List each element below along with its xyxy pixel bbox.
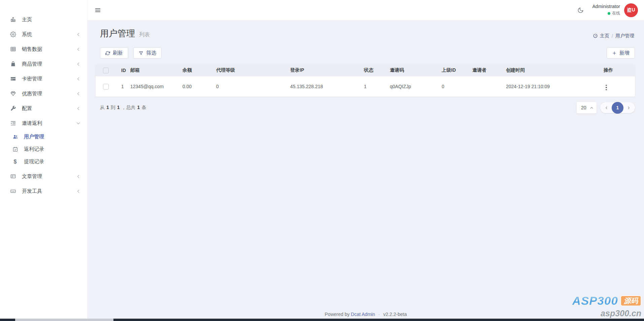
footer-powered-text: Powered by	[325, 312, 350, 317]
summary-from-value: 1	[106, 105, 109, 110]
breadcrumb-home-link[interactable]: 主页	[593, 33, 609, 39]
top-navbar: Administrator 在线 盗U	[88, 0, 644, 20]
chevron-left-icon	[76, 174, 80, 179]
chevron-left-icon	[76, 77, 80, 81]
sidebar-item-coupons[interactable]: 优惠管理	[0, 86, 87, 101]
sidebar-item-label: 商品管理	[22, 61, 42, 67]
cell-inviter	[466, 76, 500, 97]
admin-app: 主页 系统 销售数据 商品管理	[0, 0, 644, 321]
sidebar-item-label: 主页	[22, 16, 32, 23]
users-table: ID 邮箱 余额 代理等级 登录IP 状态 邀请码 上级ID 邀请者 创建时间 …	[96, 64, 635, 97]
row-actions-ellipsis-icon[interactable]	[604, 83, 609, 92]
sidebar-item-home[interactable]: 主页	[0, 12, 87, 27]
plus-icon	[612, 51, 617, 56]
breadcrumb: 主页 / 用户管理	[593, 33, 634, 39]
row-checkbox[interactable]	[103, 84, 109, 90]
filter-button[interactable]: 筛选	[133, 47, 162, 59]
table-row: 1 12345@qq.com 0.00 0 45.135.228.218 1 q…	[96, 76, 635, 97]
refresh-button[interactable]: 刷新	[100, 47, 128, 59]
summary-total-label: ，总共	[122, 105, 136, 110]
breadcrumb-separator: /	[612, 33, 613, 39]
sidebar-item-sales-data[interactable]: 销售数据	[0, 42, 87, 57]
page-title-text: 用户管理	[100, 28, 135, 39]
shopping-bag-icon	[9, 61, 17, 67]
avatar[interactable]: 盗U	[624, 3, 638, 17]
column-header-actions: 操作	[598, 64, 635, 76]
sidebar-item-label: 提现记录	[24, 158, 44, 165]
watermark: ASP300 源码 asp300.cn	[572, 295, 641, 318]
submenu-wrapper: 用户管理 返利记录 $ 提现记录	[0, 131, 87, 168]
toolbar: 刷新 筛选 新增	[100, 47, 635, 59]
chevron-left-icon	[76, 62, 80, 66]
keyboard-icon	[9, 188, 17, 194]
per-page-select[interactable]: 20	[577, 102, 597, 113]
sidebar-item-dev-tools[interactable]: 开发工具	[0, 184, 87, 199]
sidebar-submenu-invite: 用户管理 返利记录 $ 提现记录	[0, 131, 87, 168]
footer-brand-link[interactable]: Dcat Admin	[351, 312, 375, 317]
chevron-left-icon	[76, 106, 80, 111]
refresh-button-label: 刷新	[113, 50, 123, 56]
column-header-created-at: 创建时间	[500, 64, 598, 76]
select-all-checkbox[interactable]	[103, 68, 109, 73]
gem-icon	[9, 91, 17, 97]
page-header: 用户管理 列表 主页 / 用户管理	[100, 28, 634, 39]
watermark-badge: 源码	[620, 295, 641, 306]
column-header-id: ID	[115, 64, 124, 76]
dark-mode-moon-icon[interactable]	[577, 7, 584, 13]
hamburger-menu-icon[interactable]	[95, 7, 101, 13]
sidebar-item-withdrawal-records[interactable]: $ 提现记录	[0, 155, 87, 168]
filter-button-label: 筛选	[146, 50, 156, 56]
toolbar-left: 刷新 筛选	[100, 47, 162, 59]
cell-invite-code: q0AQIZJp	[384, 76, 436, 97]
data-table-card: ID 邮箱 余额 代理等级 登录IP 状态 邀请码 上级ID 邀请者 创建时间 …	[96, 64, 635, 97]
horizontal-scrollbar[interactable]	[0, 319, 644, 321]
user-menu[interactable]: Administrator 在线	[592, 4, 620, 16]
sidebar-item-system[interactable]: 系统	[0, 27, 87, 42]
table-icon	[9, 46, 17, 52]
sidebar-item-label: 用户管理	[24, 134, 44, 140]
column-header-email: 邮箱	[124, 64, 176, 76]
wrench-icon	[9, 105, 17, 111]
sidebar-item-products[interactable]: 商品管理	[0, 57, 87, 71]
summary-to-label: 到	[111, 105, 115, 110]
summary-to-value: 1	[117, 105, 120, 110]
chevron-left-icon	[76, 189, 80, 193]
column-header-invite-code: 邀请码	[384, 64, 436, 76]
chevron-left-icon	[76, 92, 80, 96]
sidebar: 主页 系统 销售数据 商品管理	[0, 0, 88, 321]
cell-parent-id: 0	[436, 76, 466, 97]
column-header-inviter: 邀请者	[466, 64, 500, 76]
column-header-login-ip: 登录IP	[284, 64, 358, 76]
sidebar-item-user-management[interactable]: 用户管理	[0, 131, 87, 143]
sidebar-item-label: 邀请返利	[22, 120, 42, 127]
user-name: Administrator	[592, 4, 620, 10]
indent-list-icon	[9, 120, 17, 126]
sidebar-item-rebate-records[interactable]: 返利记录	[0, 143, 87, 155]
scrollbar-thumb[interactable]	[15, 319, 113, 321]
watermark-top: ASP300 源码	[572, 295, 641, 307]
sidebar-item-card-keys[interactable]: 卡密管理	[0, 71, 87, 86]
cell-id: 1	[115, 76, 124, 97]
prev-page-icon[interactable]	[602, 106, 611, 110]
page-number-button[interactable]: 1	[612, 102, 623, 114]
create-button[interactable]: 新增	[607, 47, 635, 59]
sidebar-item-label: 销售数据	[22, 46, 42, 52]
sidebar-item-articles[interactable]: 文章管理	[0, 169, 87, 184]
credit-card-icon	[9, 76, 17, 82]
sidebar-item-settings[interactable]: 配置	[0, 101, 87, 116]
column-header-balance: 余额	[176, 64, 210, 76]
refresh-icon	[105, 51, 110, 56]
watermark-domain: asp300.cn	[572, 309, 641, 318]
chevron-down-icon	[76, 121, 80, 126]
footer-separator: ·	[378, 312, 380, 317]
sidebar-item-invite-rebate[interactable]: 邀请返利	[0, 116, 87, 131]
cell-login-ip: 45.135.228.218	[284, 76, 358, 97]
next-page-icon[interactable]	[624, 106, 634, 110]
dashboard-gauge-icon	[593, 33, 598, 38]
page-title: 用户管理 列表	[100, 28, 150, 39]
watermark-brand: ASP300	[572, 295, 618, 307]
dollar-icon: $	[11, 159, 19, 165]
sidebar-menu: 主页 系统 销售数据 商品管理	[0, 0, 87, 199]
cell-email: 12345@qq.com	[124, 76, 176, 97]
summary-from-label: 从	[100, 105, 105, 110]
